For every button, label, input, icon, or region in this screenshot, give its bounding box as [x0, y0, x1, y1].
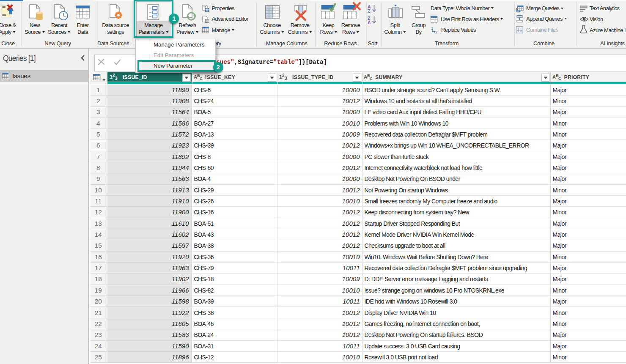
svg-text:3: 3 — [115, 76, 118, 81]
svg-text:Z: Z — [368, 8, 371, 13]
svg-text:C: C — [558, 76, 561, 81]
svg-text:3: 3 — [285, 76, 287, 81]
svg-text:1: 1 — [110, 74, 113, 80]
svg-text:A: A — [368, 20, 371, 25]
svg-text:C: C — [200, 76, 203, 81]
svg-text:1: 1 — [279, 74, 282, 80]
svg-text:C: C — [370, 76, 373, 81]
svg-text:1: 1 — [431, 26, 433, 30]
